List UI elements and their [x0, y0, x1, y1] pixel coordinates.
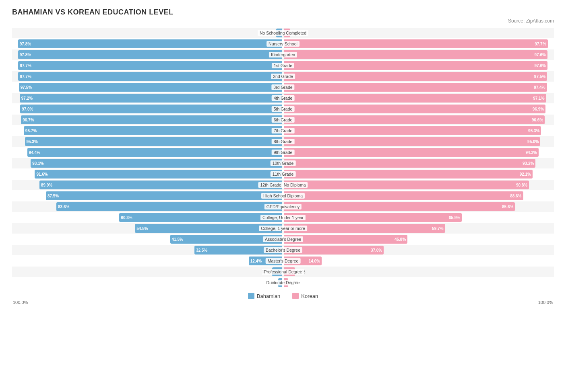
chart-row: 91.6%92.1%11th Grade	[12, 169, 554, 179]
bar-left-value: 97.8%	[18, 53, 31, 57]
chart-row: 97.8%97.7%Nursery School	[12, 39, 554, 49]
right-section: 97.6%	[283, 49, 554, 60]
bar-right-value: 97.5%	[534, 74, 547, 79]
right-section: 4.1%	[283, 267, 554, 277]
bar-left-value: 91.6%	[35, 172, 48, 177]
bar-left: 83.6%	[56, 202, 282, 211]
bar-right-value: 59.7%	[432, 226, 445, 231]
chart-row: 93.1%93.2%10th Grade	[12, 158, 554, 168]
bar-right	[284, 278, 288, 287]
bar-left-value: 83.6%	[56, 205, 69, 209]
bar-right: 97.7%	[284, 39, 548, 48]
bar-right: 97.6%	[284, 50, 547, 59]
chart-row: 41.5%45.8%Associate's Degree	[12, 234, 554, 244]
bar-left-value: 87.5%	[46, 194, 59, 198]
bar-left-value: 95.3%	[25, 140, 38, 144]
right-section: 59.7%	[283, 223, 554, 234]
bar-left: 32.5%	[194, 246, 282, 254]
bar-right-value: 90.8%	[516, 183, 529, 187]
right-section: 85.6%	[283, 201, 554, 212]
bar-right-value: 85.6%	[502, 205, 515, 209]
bar-left-value: 97.7%	[18, 74, 31, 79]
left-section: 89.9%	[12, 180, 283, 190]
bar-left-value: 60.3%	[119, 215, 132, 220]
left-section: 32.5%	[12, 245, 283, 255]
bar-right: 45.8%	[284, 235, 407, 244]
bar-right: 94.3%	[284, 148, 539, 157]
right-section: 92.1%	[283, 169, 554, 179]
bar-right-value-outside: 1.7%	[288, 281, 299, 285]
chart-row: 96.7%96.6%6th Grade	[12, 115, 554, 125]
right-section: 2.4%	[283, 28, 554, 38]
bar-right-value: 95.3%	[528, 129, 541, 133]
bar-right: 85.6%	[284, 202, 515, 211]
legend-bahamian: Bahamian	[248, 293, 281, 299]
bar-left	[272, 267, 282, 276]
bar-right-value: 97.1%	[533, 96, 546, 101]
bar-right: 97.5%	[284, 72, 547, 81]
bar-left-value: 97.0%	[20, 107, 33, 111]
left-section: 12.4%	[12, 256, 283, 266]
bar-right-value: 45.8%	[395, 237, 407, 242]
bar-left: 54.5%	[135, 224, 282, 233]
left-section: 93.1%	[12, 158, 283, 168]
bar-left: 91.6%	[35, 170, 282, 179]
bar-left	[276, 29, 282, 37]
bar-left: 93.1%	[31, 159, 282, 168]
chart-row: 54.5%59.7%College, 1 year or more	[12, 223, 554, 234]
left-section: 54.5%	[12, 223, 283, 234]
bar-left: 96.7%	[21, 115, 282, 124]
page-title: BAHAMIAN VS KOREAN EDUCATION LEVEL	[12, 8, 554, 16]
bar-right: 95.0%	[284, 137, 540, 146]
chart-row: 97.5%97.4%3rd Grade	[12, 82, 554, 92]
bar-right: 14.0%	[284, 257, 322, 265]
left-section: 87.5%	[12, 191, 283, 201]
bar-right-value: 92.1%	[520, 172, 533, 177]
left-section: 97.8%	[12, 49, 283, 60]
chart-row: 60.3%65.9%College, Under 1 year	[12, 212, 554, 223]
right-section: 96.6%	[283, 115, 554, 125]
bar-left-value: 95.7%	[24, 129, 37, 133]
bar-right-value: 93.2%	[523, 161, 535, 166]
bar-right: 96.9%	[284, 105, 545, 113]
bar-left: 97.2%	[20, 94, 282, 103]
right-section: 95.0%	[283, 136, 554, 147]
bar-right-value: 96.6%	[532, 118, 545, 122]
bar-left: 12.4%	[249, 257, 282, 265]
bar-right-value: 97.4%	[534, 85, 547, 90]
bar-left-value-outside: 1.5%	[268, 281, 278, 285]
bar-left-value: 94.4%	[27, 150, 40, 155]
right-section: 97.5%	[283, 71, 554, 82]
bar-left: 87.5%	[46, 191, 282, 200]
right-section: 37.0%	[283, 245, 554, 255]
bar-left-value: 96.7%	[21, 118, 34, 122]
right-section: 94.3%	[283, 147, 554, 158]
bar-left-value-outside: 3.7%	[262, 270, 272, 274]
right-section: 1.7%	[283, 277, 554, 288]
bar-left-value-outside: 2.2%	[266, 31, 276, 35]
left-section: 97.0%	[12, 104, 283, 114]
footer-right: 100.0%	[538, 300, 553, 305]
bar-left: 97.5%	[19, 83, 282, 92]
bar-left: 94.4%	[27, 148, 282, 157]
chart-row: 83.6%85.6%GED/Equivalency	[12, 201, 554, 212]
left-section: 97.7%	[12, 71, 283, 82]
chart-row: 95.7%95.3%7th Grade	[12, 125, 554, 136]
bar-right-value: 65.9%	[449, 215, 462, 220]
bar-left: 97.8%	[18, 39, 282, 48]
left-section: 83.6%	[12, 201, 283, 212]
chart-row: 97.7%97.6%1st Grade	[12, 60, 554, 71]
right-section: 97.6%	[283, 60, 554, 71]
bar-right: 90.8%	[284, 181, 529, 189]
bar-right-value: 14.0%	[309, 259, 322, 263]
right-section: 14.0%	[283, 256, 554, 266]
bar-left-value: 97.7%	[18, 64, 31, 68]
chart-row: 89.9%90.8%12th Grade, No Diploma	[12, 180, 554, 190]
bar-left	[278, 278, 282, 287]
right-section: 97.1%	[283, 93, 554, 103]
bar-right-value: 97.7%	[535, 42, 547, 46]
bar-right-value-outside: 4.1%	[295, 270, 306, 274]
chart-row: 97.2%97.1%4th Grade	[12, 93, 554, 103]
source-label: Source: ZipAtlas.com	[12, 18, 554, 24]
bar-right: 37.0%	[284, 246, 384, 254]
